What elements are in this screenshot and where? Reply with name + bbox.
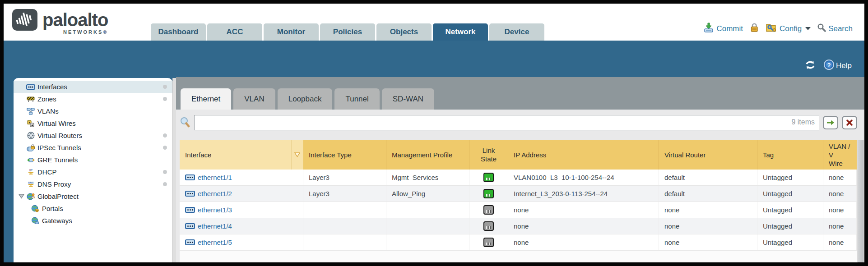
sidebar-item-vlans[interactable]: VLANs xyxy=(14,105,172,117)
cell-vlan: none xyxy=(823,202,857,218)
col-management-profile[interactable]: Management Profile xyxy=(386,140,469,170)
col-vlan-virtual-wire[interactable]: VLAN / V Wire xyxy=(823,140,857,170)
search-button[interactable]: Search xyxy=(817,23,853,34)
sidebar-item-virtual-wires[interactable]: Virtual Wires xyxy=(14,117,172,129)
content-topbar: Ethernet VLAN Loopback Tunnel SD-WAN xyxy=(176,77,864,110)
col-link-state[interactable]: Link State xyxy=(469,140,508,170)
sidebar-item-virtual-routers[interactable]: Virtual Routers xyxy=(14,129,172,142)
tab-loopback[interactable]: Loopback xyxy=(278,88,333,110)
col-interface-type[interactable]: Interface Type xyxy=(303,140,386,170)
tab-objects[interactable]: Objects xyxy=(376,23,432,41)
col-ip-address[interactable]: IP Address xyxy=(508,140,659,170)
link-state-icon xyxy=(483,238,494,247)
status-dot xyxy=(163,146,167,150)
interface-link[interactable]: ethernet1/4 xyxy=(198,222,232,230)
interface-link[interactable]: ethernet1/2 xyxy=(198,190,232,197)
help-icon: ? xyxy=(823,59,835,73)
column-menu-button[interactable] xyxy=(292,140,303,170)
lock-icon xyxy=(749,23,759,35)
brand-subtext: NETWORKS® xyxy=(63,29,108,35)
zones-icon xyxy=(26,96,35,102)
tab-tunnel[interactable]: Tunnel xyxy=(334,88,379,110)
sidebar-item-label: DNS Proxy xyxy=(37,180,71,188)
commit-button[interactable]: Commit xyxy=(703,23,743,35)
cell-link-state xyxy=(469,218,508,234)
sidebar-item-gateways[interactable]: Gateways xyxy=(14,215,172,227)
link-state-icon xyxy=(483,221,494,231)
dhcp-icon: IP xyxy=(26,168,35,176)
interface-link[interactable]: ethernet1/1 xyxy=(198,174,232,181)
tab-sdwan[interactable]: SD-WAN xyxy=(382,88,434,110)
help-button[interactable]: ? Help xyxy=(823,59,852,73)
sidebar-item-zones[interactable]: Zones xyxy=(14,93,172,105)
config-icon xyxy=(766,23,777,35)
status-dot xyxy=(163,97,167,101)
cell-tag: Untagged xyxy=(757,170,823,185)
cell-management-profile xyxy=(386,234,469,250)
main-nav-tabs: Dashboard ACC Monitor Policies Objects N… xyxy=(151,23,544,41)
link-state-icon xyxy=(483,189,494,198)
tab-acc[interactable]: ACC xyxy=(207,23,262,41)
sidebar-item-label: Virtual Wires xyxy=(37,119,76,127)
filter-input[interactable] xyxy=(194,115,819,130)
sidebar-scrollbar[interactable] xyxy=(172,78,176,262)
sidebar-item-portals[interactable]: Portals xyxy=(14,202,172,215)
tab-device[interactable]: Device xyxy=(489,23,544,41)
paloalto-logo: paloalto NETWORKS® xyxy=(12,8,108,35)
cell-interface: ethernet1/1 xyxy=(180,170,303,185)
cell-link-state xyxy=(469,202,508,218)
tab-ethernet[interactable]: Ethernet xyxy=(181,88,231,110)
col-interface[interactable]: Interface xyxy=(180,140,292,170)
link-state-icon xyxy=(483,205,494,215)
interface-link[interactable]: ethernet1/3 xyxy=(198,206,232,214)
commit-label: Commit xyxy=(716,24,743,33)
table-row[interactable]: ethernet1/1 Layer3 Mgmt_Services VLAN010… xyxy=(180,170,857,186)
tab-policies[interactable]: Policies xyxy=(320,23,375,41)
table-scrollbar[interactable] xyxy=(858,140,863,262)
sidebar-item-interfaces[interactable]: Interfaces xyxy=(14,81,172,93)
sidebar-panel: Interfaces Zones xyxy=(14,78,172,262)
status-dot xyxy=(163,170,167,174)
table-row[interactable]: ethernet1/4 none none Untagged none xyxy=(180,218,857,234)
cell-ip-address: none xyxy=(508,202,659,218)
globalprotect-icon xyxy=(26,193,35,200)
cell-vlan: none xyxy=(823,218,857,234)
cell-link-state xyxy=(469,234,508,250)
cell-virtual-router: none xyxy=(659,234,757,250)
interface-link[interactable]: ethernet1/5 xyxy=(198,238,232,246)
config-menu[interactable]: Config xyxy=(766,23,811,35)
status-dot xyxy=(163,85,167,89)
content-area: Ethernet VLAN Loopback Tunnel SD-WAN 9 i xyxy=(176,77,864,262)
table-row[interactable]: ethernet1/3 none none Untagged none xyxy=(180,202,857,218)
cell-interface-type: Layer3 xyxy=(303,170,386,185)
sidebar-item-label: Zones xyxy=(37,95,56,103)
expander-triangle-icon[interactable] xyxy=(16,194,26,199)
table-row[interactable]: ethernet1/5 none none Untagged none xyxy=(180,234,857,251)
refresh-button[interactable] xyxy=(804,60,816,72)
cell-virtual-router: none xyxy=(659,202,757,218)
table-row[interactable]: ethernet1/2 Layer3 Allow_Ping Internet_L… xyxy=(180,186,857,202)
tab-vlan[interactable]: VLAN xyxy=(233,88,275,110)
sidebar-item-dhcp[interactable]: IP DHCP xyxy=(14,166,172,178)
apply-filter-button[interactable] xyxy=(823,116,838,129)
cell-interface: ethernet1/4 xyxy=(180,218,303,234)
search-label: Search xyxy=(828,24,853,33)
tab-network[interactable]: Network xyxy=(433,23,488,41)
app-window: paloalto NETWORKS® Dashboard ACC Monitor… xyxy=(0,0,868,266)
sidebar-item-gre-tunnels[interactable]: GRE Tunnels xyxy=(14,154,172,166)
sidebar-item-ipsec-tunnels[interactable]: IPSec Tunnels xyxy=(14,142,172,154)
clear-filter-button[interactable] xyxy=(842,116,857,129)
tab-dashboard[interactable]: Dashboard xyxy=(151,23,206,41)
col-virtual-router[interactable]: Virtual Router xyxy=(659,140,757,170)
sidebar-item-dns-proxy[interactable]: DNS DNS Proxy xyxy=(14,178,172,190)
tab-monitor[interactable]: Monitor xyxy=(264,23,319,41)
gre-tunnels-icon xyxy=(26,157,35,163)
table-header: Interface Interface Type Management Prof… xyxy=(180,140,857,170)
sidebar-item-globalprotect[interactable]: GlobalProtect xyxy=(14,190,172,202)
cell-management-profile: Mgmt_Services xyxy=(386,170,469,185)
sidebar-item-label: Gateways xyxy=(42,217,72,225)
sidebar-item-label: Virtual Routers xyxy=(37,132,82,139)
col-tag[interactable]: Tag xyxy=(757,140,823,170)
cell-tag: Untagged xyxy=(757,186,823,202)
lock-button[interactable] xyxy=(749,23,759,35)
